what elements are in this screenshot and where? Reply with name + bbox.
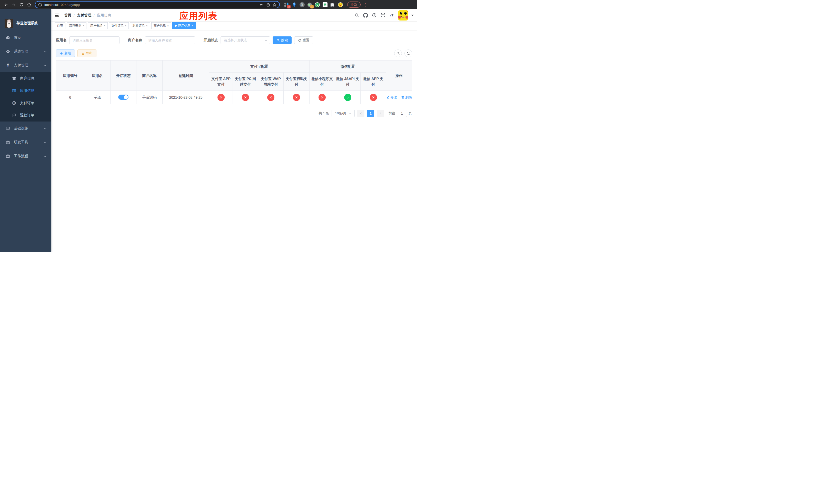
- close-icon[interactable]: ×: [192, 24, 193, 27]
- chevron-down-icon: [44, 50, 47, 53]
- browser-toolbar: localhost:1024/pay/app 10 ⌘ 1 y: [0, 0, 417, 9]
- collapse-sidebar-icon[interactable]: [54, 13, 60, 18]
- close-icon[interactable]: ×: [83, 24, 84, 27]
- svg-text:y: y: [316, 3, 318, 6]
- extension-chat-icon[interactable]: [322, 2, 328, 7]
- close-icon[interactable]: ×: [146, 24, 148, 27]
- logo-image: [5, 19, 13, 28]
- tag-flow-form[interactable]: 流程表单×: [67, 22, 86, 29]
- avatar-caret-icon[interactable]: [411, 15, 414, 16]
- svg-text:T: T: [391, 13, 394, 17]
- key-icon[interactable]: [260, 3, 264, 7]
- sidebar-item-pay[interactable]: ¥ 支付管理: [0, 59, 51, 72]
- sidebar-item-label: 支付管理: [14, 63, 44, 68]
- sidebar-item-refund-order[interactable]: 退款订单: [0, 109, 51, 121]
- github-icon[interactable]: [363, 13, 368, 18]
- close-icon[interactable]: ×: [104, 24, 105, 27]
- share-icon[interactable]: [266, 3, 270, 7]
- sidebar-item-pay-order[interactable]: ¥ 支付订单: [0, 97, 51, 109]
- goto-page-input[interactable]: [397, 110, 407, 117]
- refresh-button[interactable]: [404, 49, 412, 57]
- cell-alipay-qr-status: [284, 91, 310, 104]
- close-icon[interactable]: ×: [167, 24, 169, 27]
- extension-blue-diamond-icon[interactable]: 10: [284, 2, 289, 7]
- cell-wx-app-status: [360, 91, 386, 104]
- sidebar-item-home[interactable]: 首页: [0, 31, 51, 45]
- info-icon[interactable]: [38, 3, 42, 7]
- extension-y-icon[interactable]: y: [315, 2, 320, 7]
- tag-merchant-info[interactable]: 商户信息×: [151, 22, 171, 29]
- avatar[interactable]: [398, 10, 408, 21]
- page-unit-label: 页: [409, 111, 412, 116]
- goto-label: 前往: [389, 111, 395, 116]
- sidebar-item-app-info[interactable]: 应用信息: [0, 85, 51, 97]
- tag-app-info-active[interactable]: 应用信息×: [172, 22, 195, 29]
- app-name-input[interactable]: [69, 37, 119, 44]
- add-button[interactable]: 新增: [56, 49, 75, 57]
- help-icon[interactable]: [372, 13, 377, 18]
- close-icon[interactable]: ×: [125, 24, 127, 27]
- browser-update-button[interactable]: 更新: [347, 2, 360, 8]
- tags-view: 首页 流程表单× 用户分组× 支付订单× 退款订单× 商户信息× 应用信息×: [51, 22, 417, 30]
- toggle-search-button[interactable]: [394, 49, 402, 57]
- merchant-name-label: 商户名称: [128, 38, 142, 43]
- extension-puzzle-icon[interactable]: [330, 2, 335, 7]
- col-header-wx-mini: 微信小程序支付: [310, 72, 335, 91]
- sidebar-item-label: 商户信息: [20, 76, 47, 81]
- sidebar-item-devtools[interactable]: 研发工具: [0, 135, 51, 149]
- search-icon[interactable]: [354, 13, 359, 18]
- sidebar-logo-row[interactable]: 芋道管理系统: [0, 9, 51, 31]
- extension-gem-icon[interactable]: [291, 2, 297, 7]
- col-header-status: 开启状态: [111, 61, 136, 91]
- coin-icon: ¥: [12, 101, 16, 105]
- tag-pay-order[interactable]: 支付订单×: [109, 22, 129, 29]
- home-icon[interactable]: [26, 1, 32, 8]
- cell-alipay-pc-status: [233, 91, 258, 104]
- extension-proxy-icon[interactable]: 1: [307, 2, 312, 7]
- breadcrumb-home[interactable]: 首页: [64, 13, 71, 18]
- tag-refund-order[interactable]: 退款订单×: [130, 22, 150, 29]
- status-toggle[interactable]: [118, 95, 129, 100]
- extension-emoji-icon[interactable]: [338, 2, 343, 7]
- next-page-button[interactable]: [377, 110, 384, 117]
- cell-app-id: 6: [56, 91, 84, 104]
- browser-menu-icon[interactable]: ⋮: [364, 3, 368, 7]
- prev-page-button[interactable]: [357, 110, 365, 117]
- breadcrumb-pay[interactable]: 支付管理: [77, 13, 91, 18]
- top-navbar: 首页 / 支付管理 / 应用信息 TT: [51, 9, 417, 22]
- sidebar-item-workflow[interactable]: 工作流程: [0, 149, 51, 163]
- page-content: 应用名 商户名称 开启状态 请选择开启状态 搜索: [51, 30, 417, 252]
- sidebar-item-label: 退款订单: [20, 113, 47, 118]
- reload-icon[interactable]: [18, 1, 25, 8]
- sidebar-item-infra[interactable]: 基础设施: [0, 121, 51, 135]
- font-size-icon[interactable]: TT: [389, 13, 394, 18]
- cell-wx-mini-status: [310, 91, 335, 104]
- col-header-alipay-qr: 支付宝扫码支付: [284, 72, 310, 91]
- merchant-name-input[interactable]: [145, 37, 195, 44]
- fullscreen-icon[interactable]: [380, 13, 386, 18]
- address-bar[interactable]: localhost:1024/pay/app: [35, 1, 280, 8]
- tag-home[interactable]: 首页: [54, 22, 65, 29]
- back-icon[interactable]: [3, 1, 9, 8]
- status-select[interactable]: 请选择开启状态: [221, 37, 270, 44]
- yen-icon: ¥: [6, 63, 10, 68]
- page-number-1[interactable]: 1: [367, 110, 374, 117]
- bookmark-star-icon[interactable]: [272, 3, 277, 7]
- sidebar-item-merchant-info[interactable]: 商户信息: [0, 72, 51, 85]
- search-button[interactable]: 搜索: [272, 37, 291, 44]
- extension-command-icon[interactable]: ⌘: [299, 2, 305, 7]
- cross-icon: [293, 94, 300, 101]
- chevron-up-icon: [44, 64, 47, 67]
- url-text[interactable]: localhost:1024/pay/app: [44, 3, 80, 7]
- delete-link[interactable]: 删除: [401, 95, 412, 100]
- export-button[interactable]: 导出: [78, 49, 96, 57]
- forward-icon[interactable]: [10, 1, 17, 8]
- tag-user-group[interactable]: 用户分组×: [88, 22, 107, 29]
- sidebar-item-system[interactable]: 系统管理: [0, 45, 51, 59]
- navbar-actions: TT: [354, 10, 414, 21]
- chevron-down-icon: [349, 112, 351, 115]
- annotation-overlay: 应用列表: [179, 10, 218, 22]
- edit-link[interactable]: 修改: [386, 95, 397, 100]
- reset-button[interactable]: 重置: [294, 37, 313, 44]
- page-size-select[interactable]: 10条/页: [332, 110, 355, 117]
